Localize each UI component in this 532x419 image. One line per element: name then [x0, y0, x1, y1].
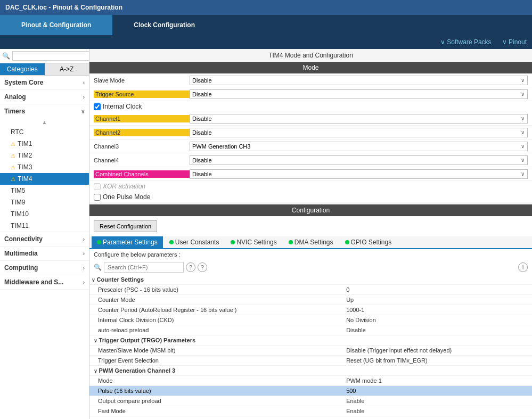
info-circle-icon[interactable]: ? — [198, 262, 207, 272]
sidebar: 🔍 ⚙ Categories A->Z System Core › Analog… — [0, 49, 89, 419]
connectivity-header[interactable]: Connectivity › — [0, 232, 89, 246]
channel1-select-wrapper: Disable — [190, 114, 528, 124]
reset-configuration-button[interactable]: Reset Configuration — [94, 220, 157, 232]
warn-icon: ⚠ — [11, 153, 15, 159]
middleware-header[interactable]: Middleware and S... › — [0, 275, 89, 289]
help-circle-icon[interactable]: ? — [186, 262, 195, 272]
sidebar-item-tim4[interactable]: ⚠ TIM4 — [0, 173, 89, 185]
param-name-pulse: Pulse (16 bits value) — [89, 386, 342, 396]
system-core-header[interactable]: System Core › — [0, 76, 89, 89]
search-bar: 🔍 ⚙ — [0, 49, 89, 63]
param-value-counter-period: 1000-1 — [342, 305, 532, 315]
param-row-ckd[interactable]: Internal Clock Division (CKD) No Divisio… — [89, 315, 532, 325]
param-row-output-compare[interactable]: Output compare preload Enable — [89, 396, 532, 406]
sub-nav: Software Packs Pinout — [0, 35, 532, 49]
timers-header[interactable]: Timers ∨ — [0, 104, 89, 118]
group-counter-settings[interactable]: Counter Settings — [89, 275, 532, 285]
tab-pinout[interactable]: Pinout & Configuration — [0, 15, 112, 35]
az-tab[interactable]: A->Z — [45, 63, 89, 75]
param-name-fast-mode: Fast Mode — [89, 406, 342, 416]
slave-mode-select[interactable]: Disable — [190, 76, 528, 85]
sidebar-item-tim5[interactable]: TIM5 — [0, 185, 89, 196]
slave-mode-select-wrapper: Disable — [190, 76, 528, 85]
tab-nvic-settings[interactable]: NVIC Settings — [225, 236, 282, 248]
tab-parameter-settings[interactable]: Parameter Settings — [92, 236, 163, 248]
param-value-trigger-event: Reset (UG bit from TIMx_EGR) — [342, 356, 532, 366]
param-row-counter-period[interactable]: Counter Period (AutoReload Register - 16… — [89, 305, 532, 315]
sidebar-item-tim1[interactable]: ⚠ TIM1 — [0, 138, 89, 150]
section-multimedia: Multimedia › — [0, 247, 89, 261]
param-value-pulse: 500 — [342, 386, 532, 396]
sidebar-item-tim3[interactable]: ⚠ TIM3 — [0, 161, 89, 173]
combined-channels-row: Combined Channels Disable — [89, 167, 532, 181]
reset-btn-area: Reset Configuration — [89, 216, 532, 236]
param-row-fast-mode[interactable]: Fast Mode Enable — [89, 406, 532, 416]
channel4-label: Channel4 — [94, 157, 190, 163]
main-layout: 🔍 ⚙ Categories A->Z System Core › Analog… — [0, 49, 532, 419]
param-name-ckd: Internal Clock Division (CKD) — [89, 315, 342, 325]
info-btn[interactable]: i — [518, 262, 528, 272]
trigger-source-select-wrapper: Disable — [190, 89, 528, 99]
sidebar-item-tim11[interactable]: TIM11 — [0, 220, 89, 232]
computing-header[interactable]: Computing › — [0, 261, 89, 275]
param-row-prescaler[interactable]: Prescaler (PSC - 16 bits value) 0 — [89, 285, 532, 295]
combined-channels-select-wrapper: Disable — [190, 169, 528, 179]
sidebar-item-rtc[interactable]: RTC — [0, 126, 89, 138]
param-value-output-compare: Enable — [342, 396, 532, 406]
sidebar-item-tim9[interactable]: TIM9 — [0, 196, 89, 208]
categories-tab[interactable]: Categories — [0, 63, 45, 75]
config-description: Configure the below parameters : — [89, 249, 532, 260]
info-icon[interactable]: i — [518, 262, 528, 272]
sidebar-item-tim2[interactable]: ⚠ TIM2 — [0, 150, 89, 161]
channel3-label: Channel3 — [94, 143, 190, 150]
trigger-source-label: Trigger Source — [94, 91, 190, 98]
tab-gpio-settings[interactable]: GPIO Settings — [340, 236, 397, 248]
param-row-counter-mode[interactable]: Counter Mode Up — [89, 295, 532, 305]
param-row-autoreload[interactable]: auto-reload preload Disable — [89, 325, 532, 335]
dot-icon — [231, 240, 235, 244]
section-computing: Computing › — [0, 261, 89, 275]
config-section: Configuration Reset Configuration Parame… — [89, 204, 532, 419]
channel1-select[interactable]: Disable — [190, 114, 528, 124]
param-value-ch-polarity: High — [342, 416, 532, 420]
channel4-select[interactable]: Disable — [190, 155, 528, 165]
param-name-trigger-event: Trigger Event Selection — [89, 356, 342, 366]
software-packs-link[interactable]: Software Packs — [440, 38, 492, 46]
multimedia-header[interactable]: Multimedia › — [0, 247, 89, 260]
internal-clock-checkbox[interactable] — [94, 103, 101, 110]
dot-icon — [289, 240, 293, 244]
main-content: TIM4 Mode and Configuration Mode Slave M… — [89, 49, 532, 419]
tab-user-constants[interactable]: User Constants — [164, 236, 225, 248]
param-row-trigger-event[interactable]: Trigger Event Selection Reset (UG bit fr… — [89, 356, 532, 366]
channel2-select[interactable]: Disable — [190, 128, 528, 137]
trigger-source-select[interactable]: Disable — [190, 89, 528, 99]
analog-header[interactable]: Analog › — [0, 90, 89, 104]
title-bar: DAC_CLK.ioc - Pinout & Configuration — [0, 0, 532, 15]
one-pulse-mode-checkbox[interactable] — [94, 194, 101, 201]
param-name-ch-polarity: CH Polarity — [89, 416, 342, 420]
channel3-select[interactable]: PWM Generation CH3 — [190, 142, 528, 151]
param-name-msm: Master/Slave Mode (MSM bit) — [89, 346, 342, 356]
param-name-counter-period: Counter Period (AutoReload Register - 16… — [89, 305, 342, 315]
param-row-mode[interactable]: Mode PWM mode 1 — [89, 376, 532, 386]
pinout-link[interactable]: Pinout — [502, 38, 527, 46]
search-input[interactable] — [12, 51, 89, 61]
group-pwm-ch3[interactable]: PWM Generation Channel 3 — [89, 366, 532, 376]
channel1-label: Channel1 — [94, 115, 190, 122]
combined-channels-select[interactable]: Disable — [190, 169, 528, 179]
tab-clock[interactable]: Clock Configuration — [112, 15, 216, 35]
param-row-msm[interactable]: Master/Slave Mode (MSM bit) Disable (Tri… — [89, 346, 532, 356]
section-timers: Timers ∨ ▲ RTC ⚠ TIM1 ⚠ TIM2 ⚠ TIM3 ⚠ TI… — [0, 104, 89, 232]
category-tabs: Categories A->Z — [0, 63, 89, 76]
channel3-select-wrapper: PWM Generation CH3 — [190, 142, 528, 151]
param-row-pulse[interactable]: Pulse (16 bits value) 500 — [89, 386, 532, 396]
section-middleware: Middleware and S... › — [0, 275, 89, 290]
param-search-input[interactable] — [104, 262, 184, 273]
group-trigger-output[interactable]: Trigger Output (TRGO) Parameters — [89, 335, 532, 346]
chevron-right-icon: › — [83, 80, 85, 86]
xor-activation-checkbox[interactable] — [94, 183, 101, 190]
tab-dma-settings[interactable]: DMA Settings — [283, 236, 339, 248]
param-row-ch-polarity[interactable]: CH Polarity High — [89, 416, 532, 420]
sidebar-item-tim10[interactable]: TIM10 — [0, 208, 89, 220]
channel4-select-wrapper: Disable — [190, 155, 528, 165]
